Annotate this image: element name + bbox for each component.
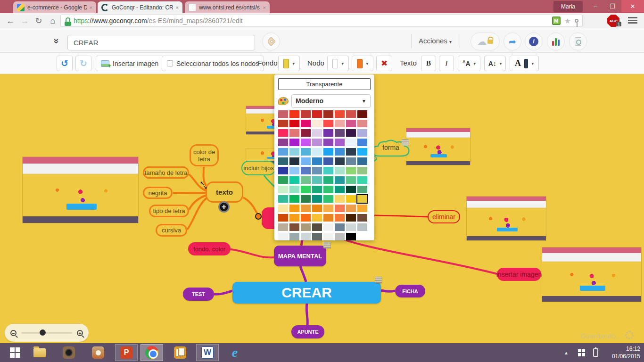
color-swatch[interactable] (301, 167, 311, 174)
color-swatch[interactable] (312, 233, 322, 240)
node-ficha[interactable]: FICHA (395, 285, 425, 297)
color-swatch[interactable] (335, 186, 345, 193)
color-swatch[interactable] (357, 129, 367, 137)
color-swatch[interactable] (301, 157, 311, 165)
node-color-de-letra[interactable]: color de letra (190, 144, 219, 166)
color-swatch[interactable] (346, 214, 356, 222)
node-fondo-color[interactable]: fondo. color (188, 242, 231, 255)
color-swatch[interactable] (278, 186, 288, 193)
bold-button[interactable]: B (421, 56, 436, 71)
color-swatch[interactable] (289, 139, 299, 146)
color-swatch[interactable] (357, 186, 367, 193)
note-icon[interactable] (375, 277, 382, 283)
color-swatch[interactable] (357, 205, 367, 212)
color-swatch[interactable] (346, 176, 356, 184)
color-swatch[interactable] (323, 176, 333, 184)
node-insertar-imagen[interactable]: insertar imagen (497, 268, 541, 281)
tab-ontsi[interactable]: www.ontsi.red.es/ontsi/sit × (185, 1, 270, 13)
node-texto[interactable]: texto (206, 181, 243, 203)
taskbar-word[interactable]: W (196, 344, 219, 361)
color-swatch[interactable] (278, 157, 288, 165)
node-incluir-hijos[interactable]: incluir hijos (241, 161, 276, 175)
color-swatch[interactable] (357, 120, 367, 127)
italic-button[interactable]: I (439, 56, 454, 71)
share-button[interactable]: ➦ (504, 33, 521, 50)
node-fill-color-button[interactable]: ▾ (327, 56, 349, 71)
node-border-color-button[interactable]: ▾ (352, 56, 373, 71)
bookmark-star-icon[interactable]: ★ (564, 16, 571, 25)
color-swatch[interactable] (301, 120, 311, 127)
taskbar-media-app[interactable] (58, 344, 80, 361)
menu-icon[interactable] (628, 17, 637, 24)
map-title-input[interactable] (67, 35, 255, 50)
start-button[interactable] (4, 344, 26, 361)
stats-button[interactable] (547, 33, 565, 50)
node-test[interactable]: TEST (183, 288, 214, 301)
node-apunte[interactable]: APUNTE (291, 325, 324, 338)
zoom-slider-thumb[interactable] (40, 329, 46, 336)
color-swatch[interactable] (335, 176, 345, 184)
tag-button[interactable] (262, 33, 280, 50)
color-swatch[interactable] (289, 214, 299, 222)
color-swatch[interactable] (312, 129, 322, 137)
color-swatch[interactable] (346, 167, 356, 174)
color-swatch[interactable] (278, 214, 288, 222)
color-swatch[interactable] (323, 139, 333, 146)
color-swatch[interactable] (323, 214, 333, 222)
redo-button[interactable]: ↻ (75, 56, 91, 71)
color-swatch[interactable] (278, 195, 288, 203)
color-swatch[interactable] (301, 148, 311, 156)
transparent-button[interactable]: Transparente (278, 78, 371, 90)
reload-icon[interactable]: ↻ (32, 14, 45, 27)
color-swatch[interactable] (323, 233, 333, 240)
color-swatch[interactable] (323, 186, 333, 193)
color-swatch[interactable] (357, 157, 367, 165)
select-all-nodes-button[interactable]: Seleccionar todos los nodos (162, 56, 264, 71)
color-swatch[interactable] (289, 223, 299, 231)
zoom-out-icon[interactable]: − (10, 330, 17, 336)
node-tamano-de-letra[interactable]: tamaño de letra (143, 166, 189, 179)
node-eliminar[interactable]: eliminar (428, 210, 460, 223)
info-button[interactable]: i (525, 33, 543, 50)
color-swatch[interactable] (312, 157, 322, 165)
color-swatch[interactable] (289, 148, 299, 156)
color-swatch[interactable] (289, 205, 299, 212)
color-swatch[interactable] (301, 129, 311, 137)
color-swatch[interactable] (323, 167, 333, 174)
color-swatch[interactable] (312, 186, 322, 193)
minimize-button[interactable]: – (587, 0, 603, 12)
address-bar[interactable]: https ://www.goconqr.com /es-ES/mind_map… (60, 15, 583, 27)
add-child-button[interactable]: + (218, 201, 230, 213)
color-swatch[interactable] (323, 129, 333, 137)
color-swatch[interactable] (346, 223, 356, 231)
home-icon[interactable]: ⌂ (46, 14, 59, 27)
tab-close-icon[interactable]: × (176, 5, 179, 10)
color-swatch[interactable] (278, 120, 288, 127)
note-icon[interactable] (402, 139, 409, 146)
color-swatch[interactable] (346, 148, 356, 156)
color-swatch[interactable] (357, 176, 367, 184)
taskbar-chrome[interactable] (140, 344, 163, 361)
palette-select[interactable]: Moderno ▼ (291, 94, 371, 108)
taskbar-photos-app[interactable] (87, 344, 109, 361)
color-swatch[interactable] (289, 233, 299, 240)
color-swatch[interactable] (323, 120, 333, 127)
color-swatch[interactable] (278, 233, 288, 240)
taskbar-internet-explorer[interactable]: e (223, 344, 246, 361)
color-swatch[interactable] (301, 214, 311, 222)
mindmap-canvas[interactable]: CREAR MAPA MENTAL TEST FICHA APUNTE fond… (0, 74, 644, 343)
back-icon[interactable]: ← (4, 14, 17, 27)
color-swatch[interactable] (312, 148, 322, 156)
color-swatch[interactable] (346, 157, 356, 165)
color-swatch[interactable] (301, 176, 311, 184)
color-swatch[interactable] (335, 167, 345, 174)
color-swatch[interactable] (357, 214, 367, 222)
color-swatch[interactable] (346, 186, 356, 193)
close-button[interactable]: ✕ (621, 0, 644, 12)
color-swatch[interactable] (335, 129, 345, 137)
color-swatch[interactable] (323, 110, 333, 118)
profile-name[interactable]: Maria (553, 1, 583, 12)
undo-button[interactable]: ↺ (57, 56, 73, 71)
color-swatch[interactable] (335, 110, 345, 118)
node-tipo-de-letra[interactable]: tipo de letra (149, 205, 189, 217)
